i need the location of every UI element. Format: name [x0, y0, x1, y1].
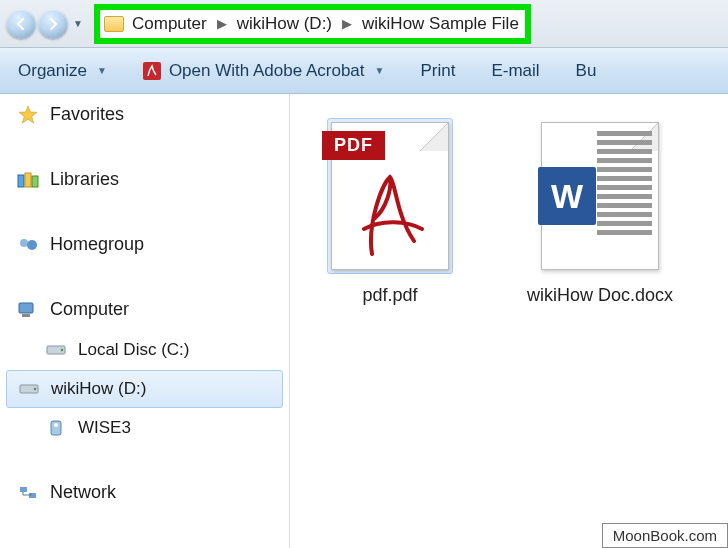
breadcrumb-part[interactable]: wikiHow Sample File — [362, 14, 519, 34]
watermark: MoonBook.com — [602, 523, 728, 548]
svg-point-4 — [20, 239, 28, 247]
chevron-down-icon: ▼ — [97, 65, 107, 76]
computer-icon — [16, 300, 40, 320]
folder-icon — [104, 16, 124, 32]
sidebar-computer[interactable]: Computer — [0, 289, 289, 330]
command-toolbar: Organize ▼ Open With Adobe Acrobat ▼ Pri… — [0, 48, 728, 94]
sidebar-label: Computer — [50, 299, 129, 320]
word-badge: W — [538, 167, 596, 225]
svg-point-5 — [27, 240, 37, 250]
email-button[interactable]: E-mail — [491, 61, 539, 81]
chevron-right-icon: ▶ — [342, 16, 352, 31]
open-with-label: Open With Adobe Acrobat — [169, 61, 365, 81]
open-with-acrobat-button[interactable]: Open With Adobe Acrobat ▼ — [143, 61, 385, 81]
main-area: Favorites Libraries Homegroup Computer L… — [0, 94, 728, 548]
homegroup-icon — [16, 235, 40, 255]
acrobat-swirl-icon — [352, 169, 428, 257]
sidebar-label: Libraries — [50, 169, 119, 190]
sidebar-label: Homegroup — [50, 234, 144, 255]
sidebar-label: WISE3 — [78, 418, 131, 438]
breadcrumb-part[interactable]: Computer — [132, 14, 207, 34]
svg-rect-0 — [143, 62, 161, 80]
sidebar-drive-d[interactable]: wikiHow (D:) — [6, 370, 283, 408]
arrow-left-icon — [14, 17, 28, 31]
organize-button[interactable]: Organize ▼ — [18, 61, 107, 81]
breadcrumb[interactable]: Computer ▶ wikiHow (D:) ▶ wikiHow Sample… — [132, 14, 519, 34]
history-dropdown[interactable]: ▼ — [70, 9, 86, 39]
file-item-pdf[interactable]: PDF pdf.pdf — [310, 118, 470, 307]
sidebar-drive-c[interactable]: Local Disc (C:) — [0, 330, 289, 370]
address-bar-highlight: Computer ▶ wikiHow (D:) ▶ wikiHow Sample… — [94, 4, 531, 44]
network-icon — [16, 483, 40, 503]
nav-buttons: ▼ — [6, 9, 86, 39]
file-item-docx[interactable]: W wikiHow Doc.docx — [520, 118, 680, 307]
svg-rect-14 — [20, 487, 27, 492]
chevron-right-icon: ▶ — [217, 16, 227, 31]
star-icon — [16, 105, 40, 125]
sidebar-label: Local Disc (C:) — [78, 340, 189, 360]
sidebar-network[interactable]: Network — [0, 472, 289, 513]
chevron-down-icon: ▼ — [375, 65, 385, 76]
print-button[interactable]: Print — [420, 61, 455, 81]
sidebar-favorites[interactable]: Favorites — [0, 94, 289, 135]
svg-point-11 — [34, 388, 36, 390]
docx-thumbnail: W — [541, 122, 659, 270]
svg-rect-2 — [25, 173, 31, 187]
forward-button[interactable] — [38, 9, 68, 39]
arrow-right-icon — [46, 17, 60, 31]
svg-rect-3 — [32, 176, 38, 187]
file-label: pdf.pdf — [362, 284, 417, 307]
file-list: PDF pdf.pdf W wikiHow Doc.docx — [290, 94, 728, 548]
sidebar-libraries[interactable]: Libraries — [0, 159, 289, 200]
organize-label: Organize — [18, 61, 87, 81]
sidebar-label: wikiHow (D:) — [51, 379, 146, 399]
sidebar-drive-wise3[interactable]: WISE3 — [0, 408, 289, 448]
sidebar-label: Favorites — [50, 104, 124, 125]
navigation-bar: ▼ Computer ▶ wikiHow (D:) ▶ wikiHow Samp… — [0, 0, 728, 48]
pdf-thumbnail: PDF — [331, 122, 449, 270]
svg-point-9 — [61, 349, 63, 351]
sidebar-homegroup[interactable]: Homegroup — [0, 224, 289, 265]
acrobat-icon — [143, 62, 161, 80]
device-icon — [44, 418, 68, 438]
libraries-icon — [16, 170, 40, 190]
svg-rect-1 — [18, 175, 24, 187]
burn-button[interactable]: Bu — [576, 61, 597, 81]
breadcrumb-part[interactable]: wikiHow (D:) — [237, 14, 332, 34]
back-button[interactable] — [6, 9, 36, 39]
svg-point-13 — [54, 423, 58, 427]
svg-rect-6 — [19, 303, 33, 313]
svg-rect-7 — [22, 314, 30, 317]
sidebar-label: Network — [50, 482, 116, 503]
file-label: wikiHow Doc.docx — [527, 284, 673, 307]
pdf-badge: PDF — [322, 131, 385, 160]
drive-icon — [44, 340, 68, 360]
navigation-sidebar: Favorites Libraries Homegroup Computer L… — [0, 94, 290, 548]
drive-icon — [17, 379, 41, 399]
